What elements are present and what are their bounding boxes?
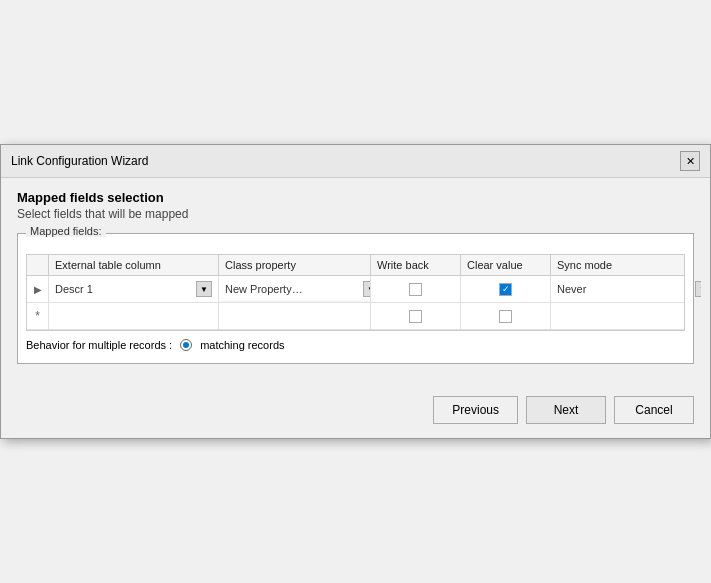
col-sync-mode: Sync mode bbox=[551, 255, 701, 275]
ext-column-dropdown-wrap: ▼ bbox=[55, 281, 212, 297]
row-indicator: ▶ bbox=[27, 276, 49, 302]
cell-clear-value[interactable]: ✓ bbox=[461, 276, 551, 302]
class-property-dropdown-btn[interactable]: ▼ bbox=[363, 281, 371, 297]
new-row-ext-col[interactable] bbox=[49, 303, 219, 329]
previous-button[interactable]: Previous bbox=[433, 396, 518, 424]
col-class-property: Class property bbox=[219, 255, 371, 275]
cancel-button[interactable]: Cancel bbox=[614, 396, 694, 424]
section-title: Mapped fields selection bbox=[17, 190, 694, 205]
sync-mode-dropdown-btn[interactable]: ▼ bbox=[695, 281, 701, 297]
col-write-back: Write back bbox=[371, 255, 461, 275]
cell-sync-mode[interactable]: ▼ bbox=[551, 276, 701, 302]
behavior-label: Behavior for multiple records : bbox=[26, 339, 172, 351]
ext-column-input[interactable] bbox=[55, 283, 196, 295]
title-bar: Link Configuration Wizard ✕ bbox=[1, 145, 710, 178]
new-row-class-prop[interactable] bbox=[219, 303, 371, 329]
new-row-indicator: * bbox=[27, 303, 49, 329]
class-property-input[interactable] bbox=[225, 283, 363, 295]
dialog-body: Mapped fields selection Select fields th… bbox=[1, 178, 710, 388]
group-box-inner: External table column Class property Wri… bbox=[18, 238, 693, 363]
behavior-radio-label: matching records bbox=[200, 339, 284, 351]
next-button[interactable]: Next bbox=[526, 396, 606, 424]
new-row-write-back[interactable] bbox=[371, 303, 461, 329]
sync-mode-dropdown-wrap: ▼ bbox=[557, 281, 695, 297]
col-ext-column: External table column bbox=[49, 255, 219, 275]
sync-mode-input[interactable] bbox=[557, 283, 695, 295]
table-row: ▶ ▼ ▼ bbox=[27, 276, 684, 303]
new-table-row: * bbox=[27, 303, 684, 330]
cell-ext-column[interactable]: ▼ bbox=[49, 276, 219, 302]
clear-value-checkbox[interactable]: ✓ bbox=[499, 283, 512, 296]
mapped-fields-group: Mapped fields: External table column Cla… bbox=[17, 233, 694, 364]
new-row-sync-mode[interactable] bbox=[551, 303, 701, 329]
new-write-back-checkbox[interactable] bbox=[409, 310, 422, 323]
cell-write-back[interactable] bbox=[371, 276, 461, 302]
dialog-title: Link Configuration Wizard bbox=[11, 154, 148, 168]
table-header: External table column Class property Wri… bbox=[27, 255, 684, 276]
button-row: Previous Next Cancel bbox=[1, 388, 710, 438]
class-property-dropdown-wrap: ▼ bbox=[225, 281, 364, 297]
section-subtitle: Select fields that will be mapped bbox=[17, 207, 694, 221]
behavior-row: Behavior for multiple records : matching… bbox=[26, 331, 685, 355]
col-clear-value: Clear value bbox=[461, 255, 551, 275]
write-back-checkbox[interactable] bbox=[409, 283, 422, 296]
col-indicator bbox=[27, 255, 49, 275]
ext-column-dropdown-btn[interactable]: ▼ bbox=[196, 281, 212, 297]
new-clear-value-checkbox[interactable] bbox=[499, 310, 512, 323]
new-row-clear-value[interactable] bbox=[461, 303, 551, 329]
mapped-fields-table: External table column Class property Wri… bbox=[26, 254, 685, 331]
link-config-dialog: Link Configuration Wizard ✕ Mapped field… bbox=[0, 144, 711, 439]
close-button[interactable]: ✕ bbox=[680, 151, 700, 171]
behavior-radio[interactable] bbox=[180, 339, 192, 351]
group-label: Mapped fields: bbox=[26, 225, 106, 237]
cell-class-property[interactable]: ▼ New Property… PnPID PnPGuid PnPDrawing… bbox=[219, 276, 371, 302]
